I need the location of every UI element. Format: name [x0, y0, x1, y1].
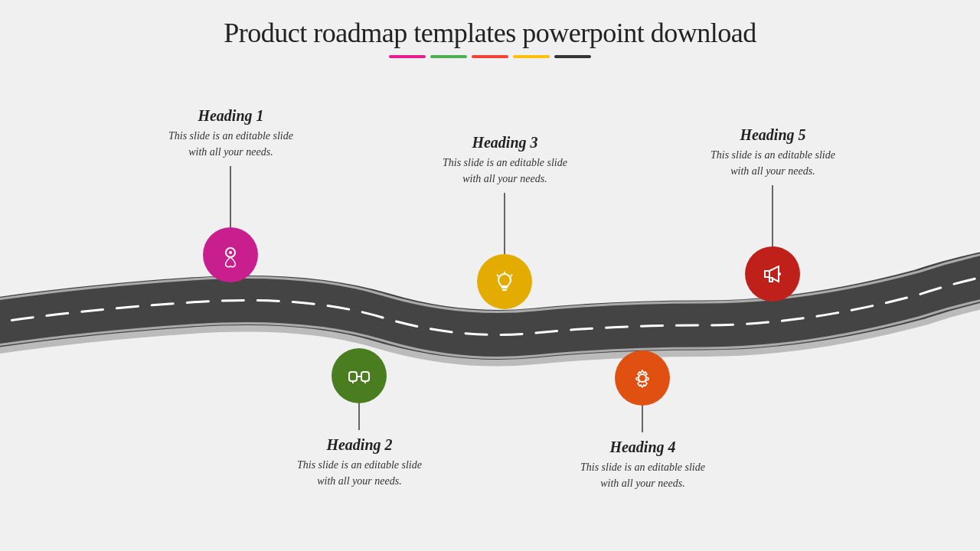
svg-rect-3 — [361, 372, 369, 381]
svg-rect-2 — [349, 372, 357, 381]
milestone-2: Heading 2 This slide is an editable slid… — [297, 348, 422, 489]
milestone-3: Heading 3 This slide is an editable slid… — [443, 134, 567, 309]
page-title: Product roadmap templates powerpoint dow… — [0, 0, 980, 49]
milestone-3-circle — [477, 254, 532, 309]
milestone-1-body: This slide is an editable slide with all… — [168, 128, 293, 160]
milestone-3-heading: Heading 3 — [443, 134, 567, 152]
milestone-2-body: This slide is an editable slide with all… — [297, 457, 422, 489]
milestone-4: Heading 4 This slide is an editable slid… — [580, 350, 705, 491]
milestone-4-circle — [615, 350, 670, 406]
milestone-5: Heading 5 This slide is an editable slid… — [710, 126, 835, 302]
title-underline — [0, 55, 980, 58]
svg-line-11 — [511, 275, 512, 276]
milestone-5-heading: Heading 5 — [710, 126, 835, 144]
milestone-1: Heading 1 This slide is an editable slid… — [168, 107, 293, 282]
milestone-4-heading: Heading 4 — [580, 439, 705, 456]
milestone-1-circle — [203, 227, 258, 282]
milestone-5-circle — [745, 246, 800, 302]
milestone-4-body: This slide is an editable slide with all… — [580, 459, 705, 491]
milestone-5-body: This slide is an editable slide with all… — [710, 147, 835, 179]
milestone-2-circle — [332, 348, 387, 403]
milestone-1-heading: Heading 1 — [168, 107, 293, 125]
milestone-3-body: This slide is an editable slide with all… — [443, 155, 567, 187]
svg-point-13 — [778, 272, 781, 276]
svg-line-10 — [497, 275, 498, 276]
svg-point-1 — [229, 251, 232, 254]
milestone-2-heading: Heading 2 — [297, 436, 422, 454]
